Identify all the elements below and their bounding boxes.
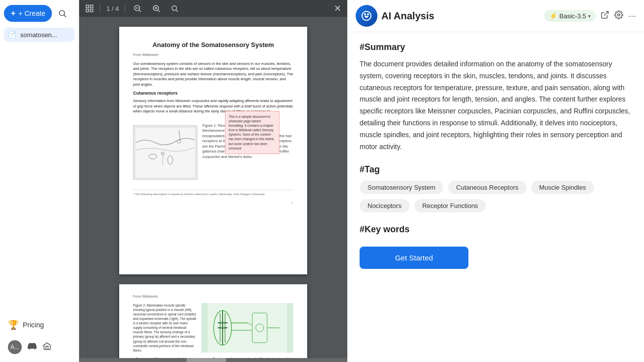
external-link-button[interactable]	[600, 10, 609, 21]
ai-panel-header-left: AI Analysis	[356, 5, 434, 27]
plus-icon: +	[11, 9, 15, 18]
pricing-item[interactable]: 🏆 Pricing	[4, 316, 75, 333]
tag-chip-somatosensory[interactable]: Somatosensory System	[360, 181, 443, 194]
svg-rect-3	[91, 5, 93, 7]
search-button[interactable]	[55, 6, 70, 21]
search-icon	[58, 9, 67, 18]
ai-panel-icons: ⚡ Basic-3.5 ▾ ⋯	[544, 10, 636, 22]
create-label: + Create	[18, 9, 45, 17]
pdf-footnote: ¹ The following description is based on …	[133, 190, 293, 196]
tag-title: #Tag	[360, 164, 632, 175]
page-indicator: 1 / 4	[106, 5, 119, 12]
settings-button[interactable]	[614, 10, 623, 21]
figure2-caption: Figure 2: Mammalian muscle spindle showi…	[133, 303, 197, 353]
file-item[interactable]: 📄 somatosen...	[4, 28, 75, 42]
create-button[interactable]: + + Create	[4, 5, 52, 22]
summary-section: #Summary The document provides detailed …	[360, 42, 632, 153]
svg-line-7	[139, 10, 141, 11]
pdf-from-label: From Wikibooks¹	[133, 52, 293, 57]
lightning-icon: ⚡	[549, 12, 557, 20]
bottom-icons: A...	[4, 337, 75, 357]
keywords-title: #Key words	[360, 224, 632, 235]
avatar-label: A...	[10, 344, 19, 351]
pdf-page-2: From Wikibooks Figure 2: Mammalian muscl…	[119, 284, 307, 358]
svg-point-37	[618, 14, 620, 16]
svg-point-34	[364, 13, 366, 15]
close-button[interactable]: ✕	[334, 3, 341, 14]
pdf-toolbar: 1 / 4 ✕	[79, 0, 347, 17]
zoom-in-button[interactable]	[150, 3, 163, 14]
svg-rect-4	[86, 9, 89, 12]
svg-line-1	[64, 15, 66, 17]
file-icon: 📄	[8, 31, 16, 39]
tag-row: Somatosensory System Cutaneous Receptors…	[360, 181, 632, 212]
pricing-label: Pricing	[23, 321, 44, 329]
tag-title-text: #Tag	[360, 164, 380, 174]
pdf-page-1: Anatomy of the Somatosensory System From…	[119, 27, 307, 274]
pricing-icon: 🏆	[8, 319, 19, 330]
ai-panel-header: AI Analysis ⚡ Basic-3.5 ▾ ⋯	[348, 0, 644, 32]
keywords-title-text: #Key words	[360, 224, 410, 234]
ai-analysis-title: AI Analysis	[381, 10, 434, 22]
pdf-title: Anatomy of the Somatosensory System	[133, 41, 293, 50]
summary-title-text: #Summary	[360, 42, 405, 52]
search-pdf-button[interactable]	[169, 3, 181, 13]
highlight-text: This is a sample document to showcase pa…	[229, 115, 275, 150]
toolbar-sep2	[125, 4, 125, 13]
get-started-button[interactable]: Get Started	[360, 247, 468, 269]
tag-chip-nociceptors[interactable]: Nociceptors	[360, 199, 410, 212]
grid-view-button[interactable]	[85, 4, 94, 13]
svg-rect-2	[86, 5, 89, 7]
figure2-image	[201, 303, 293, 353]
avatar[interactable]: A...	[8, 340, 22, 354]
zoom-out-button[interactable]	[131, 3, 144, 14]
figure2-caption-text: Figure 2: Mammalian muscle spindle showi…	[133, 304, 196, 352]
tag-section: #Tag Somatosensory System Cutaneous Rece…	[360, 164, 632, 212]
top-bar-left: + + Create	[4, 5, 75, 24]
left-sidebar: + + Create 📄 somatosen... 🏆 Pricing A...	[0, 0, 79, 362]
discord-icon[interactable]	[28, 342, 37, 353]
horizontal-scrollbar-thumb	[186, 358, 226, 362]
pdf-content[interactable]: Anatomy of the Somatosensory System From…	[79, 17, 347, 358]
get-started-label: Get Started	[395, 254, 433, 262]
model-badge[interactable]: ⚡ Basic-3.5 ▾	[544, 10, 596, 22]
summary-title: #Summary	[360, 42, 632, 52]
tag-chip-receptor-functions[interactable]: Receptor Functions	[414, 199, 486, 212]
home-icon[interactable]	[43, 342, 51, 353]
svg-line-36	[604, 11, 608, 15]
svg-point-13	[172, 6, 177, 10]
page-number: 1	[133, 200, 293, 205]
keywords-section: #Key words	[360, 224, 632, 235]
tag-chip-cutaneous[interactable]: Cutaneous Receptors	[448, 181, 526, 194]
summary-text: The document provides detailed informati…	[360, 58, 632, 153]
svg-rect-5	[91, 9, 93, 12]
pdf-viewer: 1 / 4 ✕ Anatomy of the Somatosensory Sys…	[79, 0, 347, 362]
pdf-intro-text: Our somatosensory system consists of sen…	[133, 61, 293, 88]
ai-panel-body[interactable]: #Summary The document provides detailed …	[348, 32, 644, 362]
more-options-button[interactable]: ⋯	[628, 11, 636, 21]
tag-chip-muscle-spindles[interactable]: Muscle Spindles	[531, 181, 594, 194]
cutaneous-section-title: Cutaneous receptors	[133, 90, 293, 97]
toolbar-sep1	[100, 4, 100, 13]
file-name-label: somatosen...	[20, 31, 57, 39]
svg-point-35	[367, 13, 369, 15]
pdf-bottom-scrollbar[interactable]	[79, 358, 347, 362]
ai-panel: AI Analysis ⚡ Basic-3.5 ▾ ⋯ #Summary The…	[347, 0, 644, 362]
model-label: Basic-3.5	[559, 12, 586, 20]
pdf-page2-from-label: From Wikibooks	[133, 294, 293, 299]
ai-bot-avatar	[356, 5, 377, 27]
sidebar-bottom: 🏆 Pricing A...	[4, 316, 75, 357]
svg-line-14	[176, 10, 178, 12]
svg-point-0	[59, 10, 65, 16]
figure2-area: Figure 2: Mammalian muscle spindle showi…	[133, 303, 293, 353]
svg-rect-15	[136, 128, 195, 177]
highlight-box: This is a sample document to showcase pa…	[225, 111, 279, 154]
svg-line-10	[158, 10, 160, 11]
figure1-image	[133, 125, 197, 180]
chevron-down-icon: ▾	[588, 13, 591, 19]
